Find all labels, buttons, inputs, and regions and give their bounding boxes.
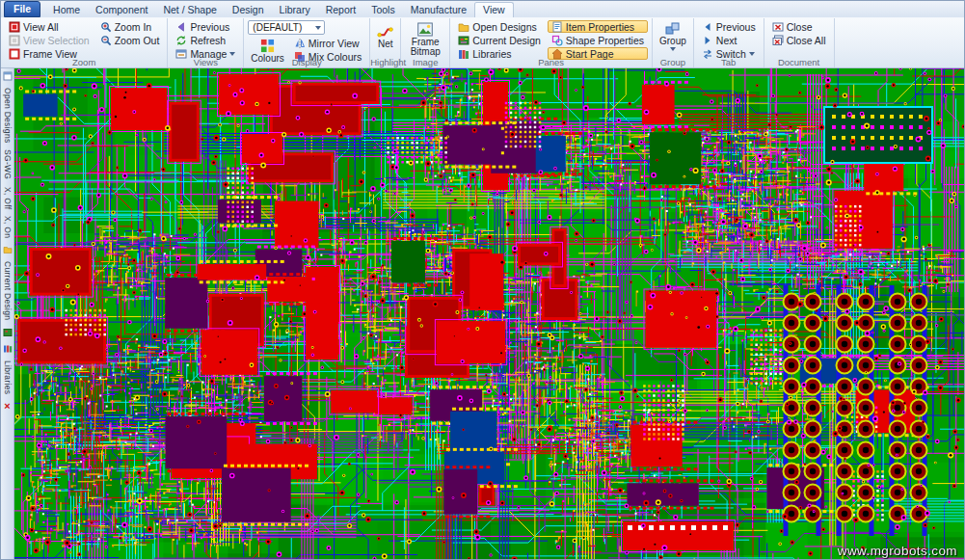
tab-design[interactable]: Design (225, 3, 272, 17)
colour-scheme-combobox[interactable]: (DEFAULT) (248, 20, 325, 35)
shape-properties-label: Shape Properties (566, 35, 644, 46)
next-tab-button[interactable]: Next (698, 34, 760, 46)
dock-tab-libraries[interactable]: Libraries (3, 360, 13, 394)
group-button[interactable]: Group (657, 20, 689, 59)
close-all-icon (772, 35, 784, 46)
view-all-button[interactable]: View All (5, 20, 94, 33)
ribbon-spacer (835, 18, 964, 67)
colour-scheme-value: (DEFAULT) (253, 22, 302, 33)
left-dock-bar: Open Designs SG-WG X, Off X, On Current … (1, 68, 14, 560)
ribbon-group-zoom: View All View Selection Frame View Zoom … (1, 18, 168, 67)
open-designs-icon (458, 21, 469, 33)
close-label: Close (787, 21, 813, 33)
highlight-net-icon (377, 22, 393, 39)
file-menu-button[interactable]: File (4, 1, 40, 17)
combobox-caret-icon (315, 26, 321, 30)
view-all-label: View All (23, 21, 59, 33)
ribbon-group-image: Frame Bitmap Image (401, 18, 450, 67)
refresh-icon (175, 35, 187, 46)
view-selection-label: View Selection (23, 35, 90, 46)
tab-manufacture[interactable]: Manufacture (403, 3, 474, 17)
tab-net-shape[interactable]: Net / Shape (155, 3, 224, 17)
previous-tab-icon (702, 21, 713, 33)
group-label-views: Views (168, 57, 243, 67)
previous-view-label: Previous (190, 21, 229, 33)
dock-library-icon[interactable] (3, 344, 13, 354)
group-label-zoom: Zoom (1, 57, 167, 67)
group-label-display: Display (244, 57, 369, 67)
previous-view-button[interactable]: Previous (172, 20, 239, 33)
previous-tab-label: Previous (716, 21, 756, 33)
shape-properties-icon (551, 35, 563, 46)
refresh-label: Refresh (190, 35, 226, 46)
ribbon: View All View Selection Frame View Zoom … (1, 17, 964, 68)
group-label: Group (659, 37, 686, 46)
previous-view-icon (175, 21, 187, 33)
frame-bitmap-button[interactable]: Frame Bitmap (405, 20, 445, 59)
frame-bitmap-label: Frame Bitmap (408, 38, 442, 57)
dock-close-icon[interactable]: × (4, 401, 10, 411)
item-properties-pane-button[interactable]: Item Properties (548, 20, 648, 33)
ribbon-group-document: Close Close All Document (764, 18, 835, 67)
application-window: File Home Component Net / Shape Design L… (0, 0, 965, 560)
group-label-highlight: Highlight (370, 57, 400, 67)
shape-properties-pane-button[interactable]: Shape Properties (548, 34, 648, 46)
ribbon-group-group: Group Group (653, 18, 694, 67)
pcb-design-canvas[interactable] (14, 68, 964, 560)
group-label-document: Document (764, 57, 834, 67)
highlight-net-label: Net (378, 40, 393, 49)
current-design-icon (458, 35, 469, 46)
zoom-out-icon (100, 35, 112, 46)
item-properties-icon (551, 21, 563, 33)
group-label-image: Image (401, 57, 449, 67)
open-designs-label: Open Designs (472, 21, 537, 33)
item-properties-label: Item Properties (566, 21, 634, 33)
mirror-view-button[interactable]: Mirror View (290, 37, 365, 49)
zoom-in-label: Zoom In (115, 21, 152, 33)
ribbon-group-highlight: Net Highlight (370, 18, 401, 67)
zoom-out-button[interactable]: Zoom Out (96, 34, 164, 46)
ribbon-group-tab: Previous Next Switch Tab (694, 18, 764, 67)
group-caret-icon (670, 47, 676, 51)
previous-tab-button[interactable]: Previous (698, 20, 760, 33)
frame-bitmap-icon (417, 22, 433, 37)
dock-board-icon[interactable] (3, 328, 13, 337)
open-designs-pane-button[interactable]: Open Designs (454, 20, 545, 33)
close-icon (772, 21, 784, 33)
mirror-view-icon (294, 38, 306, 49)
dock-pin-icon[interactable] (3, 71, 13, 81)
ribbon-tab-bar: File Home Component Net / Shape Design L… (1, 1, 964, 17)
next-tab-label: Next (716, 35, 737, 46)
refresh-button[interactable]: Refresh (172, 34, 239, 46)
dock-tab-open-designs[interactable]: Open Designs (3, 88, 13, 143)
tab-home[interactable]: Home (45, 3, 88, 17)
dock-folder-icon[interactable] (3, 245, 13, 254)
watermark: www.mgrobots.com (838, 544, 957, 558)
ribbon-group-panes: Open Designs Current Design Libraries It… (450, 18, 653, 67)
next-tab-icon (702, 35, 713, 46)
close-button[interactable]: Close (768, 20, 830, 33)
dropdown-caret-icon (229, 52, 235, 56)
current-design-label: Current Design (472, 35, 541, 46)
close-all-button[interactable]: Close All (768, 34, 830, 46)
ribbon-group-display: (DEFAULT) Colours Mirror View Mix Colour… (244, 18, 370, 67)
tab-view[interactable]: View (474, 2, 514, 17)
tab-tools[interactable]: Tools (363, 3, 403, 17)
ribbon-group-views: Previous Refresh Manage Views (168, 18, 244, 67)
zoom-in-button[interactable]: Zoom In (96, 20, 164, 33)
highlight-net-button[interactable]: Net (374, 20, 396, 59)
group-label-panes: Panes (450, 57, 652, 67)
tab-component[interactable]: Component (88, 3, 155, 17)
group-label-tab: Tab (694, 57, 764, 67)
dock-tab-sg-wg[interactable]: SG-WG (3, 149, 13, 179)
current-design-pane-button[interactable]: Current Design (454, 34, 545, 46)
dock-tab-x-off[interactable]: X, Off (3, 187, 13, 209)
view-selection-icon (9, 35, 20, 46)
workspace: Open Designs SG-WG X, Off X, On Current … (1, 68, 964, 560)
dock-tab-x-on[interactable]: X, On (3, 216, 13, 238)
design-viewport: www.mgrobots.com (14, 68, 964, 560)
tab-report[interactable]: Report (318, 3, 364, 17)
tab-library[interactable]: Library (272, 3, 318, 17)
view-selection-button[interactable]: View Selection (5, 34, 94, 46)
dock-tab-current-design[interactable]: Current Design (3, 261, 13, 320)
